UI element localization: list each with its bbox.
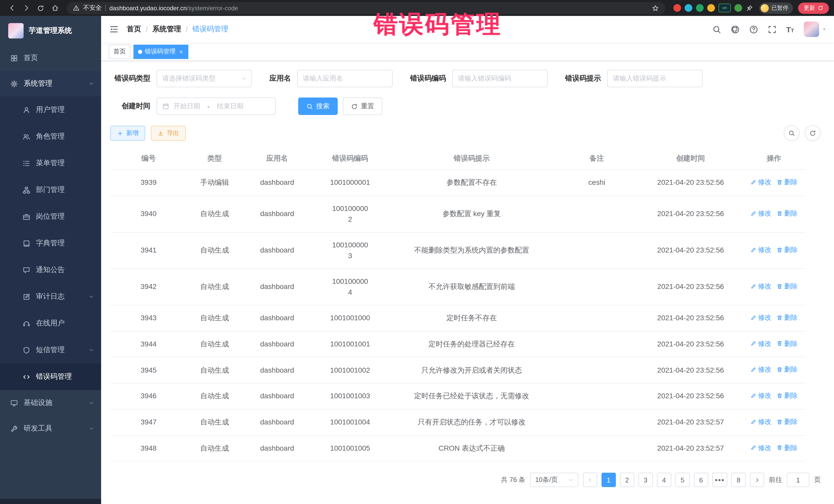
edit-link[interactable]: 修改 (750, 391, 771, 400)
sidebar-item-infra[interactable]: 基础设施 (0, 390, 101, 416)
page-button-3[interactable]: 3 (638, 473, 653, 487)
browser-update-button[interactable]: 更新 (798, 2, 829, 14)
export-button[interactable]: 导出 (151, 126, 186, 140)
hamburger-icon[interactable] (101, 16, 127, 43)
cell-app: dashboard (242, 357, 312, 384)
app-logo[interactable]: 芋道管理系统 (0, 16, 101, 45)
browser-forward-icon[interactable] (20, 1, 33, 15)
page-button-5[interactable]: 5 (675, 473, 689, 487)
font-size-icon[interactable]: TT (786, 25, 794, 33)
adblock-extension-icon[interactable] (673, 4, 681, 12)
sidebar-item-audit-log[interactable]: 审计日志 (0, 283, 101, 310)
view-tab[interactable]: 首页 (109, 44, 130, 59)
trash-icon (776, 393, 783, 399)
leaf-extension-icon[interactable] (734, 4, 742, 12)
page-button-1[interactable]: 1 (601, 473, 616, 487)
on-badge-extension-icon[interactable]: on (719, 4, 731, 12)
sidebar-item-post[interactable]: 岗位管理 (0, 203, 101, 230)
github-icon[interactable] (730, 25, 739, 34)
delete-link[interactable]: 删除 (776, 365, 797, 375)
delete-link[interactable]: 删除 (776, 245, 797, 255)
delete-link[interactable]: 删除 (776, 312, 797, 323)
sidebar-item-user[interactable]: 用户管理 (0, 96, 101, 123)
sidebar-item-system[interactable]: 系统管理 (0, 71, 101, 96)
goto-page-input[interactable] (787, 473, 809, 487)
check-extension-icon[interactable] (696, 4, 704, 12)
page-button-4[interactable]: 4 (657, 473, 671, 487)
sidebar-item-dev-tools[interactable]: 研发工具 (0, 416, 101, 441)
page-button-8[interactable]: 8 (731, 473, 746, 487)
bookmark-star-icon[interactable] (652, 4, 659, 12)
delete-link[interactable]: 删除 (776, 177, 797, 187)
sidebar-item-online-user[interactable]: 在线用户 (0, 310, 101, 337)
filter-message-input[interactable]: 请输入错误码提示 (607, 70, 703, 87)
edit-link[interactable]: 修改 (750, 177, 771, 187)
view-tab[interactable]: 错误码管理 (133, 44, 188, 59)
cell-remark (555, 357, 638, 384)
delete-link[interactable]: 删除 (776, 338, 797, 349)
browser-back-icon[interactable] (5, 1, 19, 15)
dashboard-icon (10, 54, 18, 62)
edit-link[interactable]: 修改 (750, 312, 771, 323)
delete-link[interactable]: 删除 (776, 443, 797, 453)
drop-extension-icon[interactable] (685, 4, 692, 12)
edit-link[interactable]: 修改 (750, 245, 771, 255)
sidebar-item-dept[interactable]: 部门管理 (0, 177, 101, 203)
page-size-select[interactable]: 10条/页 (530, 473, 578, 487)
breadcrumb-item[interactable]: 系统管理 (152, 25, 181, 34)
sidebar-item-menu[interactable]: 菜单管理 (0, 150, 101, 177)
search-icon[interactable] (712, 25, 721, 34)
sidebar-item-home[interactable]: 首页 (0, 45, 101, 71)
edit-link[interactable]: 修改 (750, 281, 771, 291)
refresh-button[interactable] (805, 125, 821, 141)
reset-button[interactable]: 重置 (343, 97, 382, 115)
pager-ellipsis[interactable]: ●●● (712, 473, 727, 487)
url-text: dashboard.yudao.iocoder.cn/system/error-… (109, 4, 238, 12)
navbar-actions: TT (712, 22, 827, 37)
show-search-button[interactable] (784, 125, 799, 141)
filter-app-name-input[interactable]: 请输入应用名 (297, 70, 393, 87)
filter-type-select[interactable]: 请选择错误码类型 (156, 70, 252, 87)
browser-home-icon[interactable] (48, 1, 62, 15)
delete-link[interactable]: 删除 (776, 281, 797, 291)
sidebar-item-notice[interactable]: 通知公告 (0, 257, 101, 283)
edit-link[interactable]: 修改 (750, 209, 771, 218)
colorful-extension-icon[interactable] (707, 4, 715, 12)
cell-message: 只有开启状态的任务，才可以修改 (388, 409, 555, 436)
browser-reload-icon[interactable] (34, 1, 47, 15)
pin-extension-icon[interactable] (746, 4, 753, 12)
sidebar-item-role[interactable]: 角色管理 (0, 123, 101, 150)
help-icon[interactable] (749, 25, 758, 34)
search-button[interactable]: 搜索 (298, 97, 338, 115)
page-button-6[interactable]: 6 (694, 473, 708, 487)
trash-icon (776, 367, 783, 373)
cell-remark (555, 269, 638, 305)
edit-link[interactable]: 修改 (750, 338, 771, 349)
profile-avatar-icon (761, 4, 769, 12)
edit-link[interactable]: 修改 (750, 417, 771, 427)
filter-item-code: 错误码编码请输入错误码编码 (410, 70, 548, 87)
close-icon[interactable] (178, 49, 184, 54)
filter-code-input[interactable]: 请输入错误码编码 (452, 70, 548, 87)
prev-page-button[interactable] (583, 473, 597, 487)
delete-link[interactable]: 删除 (776, 209, 797, 218)
pencil-icon (750, 247, 756, 253)
next-page-button[interactable] (750, 473, 764, 487)
fullscreen-icon[interactable] (768, 25, 776, 34)
edit-link[interactable]: 修改 (750, 365, 771, 375)
pencil-icon (750, 210, 756, 216)
delete-link[interactable]: 删除 (776, 417, 797, 427)
delete-link[interactable]: 删除 (776, 391, 797, 400)
sidebar-item-dict[interactable]: 字典管理 (0, 230, 101, 257)
profile-paused-badge[interactable]: 已暂停 (759, 2, 793, 14)
sidebar-item-error-code[interactable]: 错误码管理 (0, 364, 101, 390)
date-range-picker[interactable]: 开始日期 - 结束日期 (156, 97, 276, 115)
add-button[interactable]: 新增 (110, 126, 145, 140)
page-button-2[interactable]: 2 (620, 473, 634, 487)
edit-link[interactable]: 修改 (750, 443, 771, 453)
sidebar-item-sms[interactable]: 短信管理 (0, 337, 101, 364)
breadcrumb-item[interactable]: 首页 (127, 25, 141, 34)
user-menu[interactable] (804, 22, 827, 37)
cell-time: 2021-04-20 23:52:56 (638, 383, 743, 409)
address-bar[interactable]: 不安全 dashboard.yudao.iocoder.cn/system/er… (67, 2, 665, 14)
